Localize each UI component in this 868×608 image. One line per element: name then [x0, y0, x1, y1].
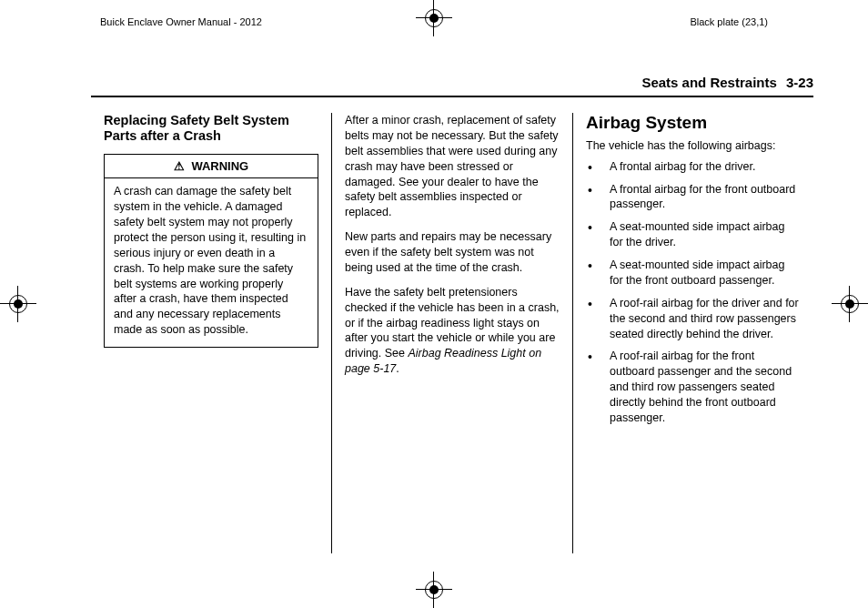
list-item: A roof-rail airbag for the front outboar… [586, 349, 801, 425]
paragraph: After a minor crash, replacement of safe… [345, 113, 560, 220]
page-header: Seats and Restraints 3-23 [91, 75, 813, 97]
list-item: A roof-rail airbag for the driver and fo… [586, 296, 801, 342]
registration-mark-bottom [421, 577, 447, 603]
print-header: Buick Enclave Owner Manual - 2012 Black … [0, 16, 868, 27]
paragraph: Have the safety belt pretensioners check… [345, 285, 560, 377]
warning-icon: ⚠ [174, 158, 185, 175]
manual-title: Buick Enclave Owner Manual - 2012 [100, 16, 262, 27]
plate-info: Black plate (23,1) [690, 16, 768, 27]
content-columns: Replacing Safety Belt System Parts after… [91, 113, 813, 553]
list-item: A seat-mounted side impact airbag for th… [586, 258, 801, 289]
registration-mark-left [5, 291, 31, 317]
section-heading-replacing-belt: Replacing Safety Belt System Parts after… [104, 113, 318, 145]
warning-body: A crash can damage the safety belt syste… [105, 178, 318, 347]
warning-box: ⚠ WARNING A crash can damage the safety … [104, 154, 318, 348]
paragraph-text: . [396, 362, 399, 375]
registration-mark-right [837, 291, 863, 317]
page-number: 3-23 [786, 75, 813, 90]
section-heading-airbag: Airbag System [586, 113, 801, 133]
list-item: A frontal airbag for the front outboard … [586, 182, 801, 213]
list-item: A frontal airbag for the driver. [586, 159, 801, 175]
column-1: Replacing Safety Belt System Parts after… [91, 113, 331, 553]
airbag-list: A frontal airbag for the driver. A front… [586, 159, 801, 426]
column-2: After a minor crash, replacement of safe… [331, 113, 572, 553]
column-3: Airbag System The vehicle has the follow… [572, 113, 813, 553]
airbag-intro: The vehicle has the following airbags: [586, 138, 801, 154]
warning-label: WARNING [191, 159, 248, 173]
paragraph: New parts and repairs may be necessary e… [345, 229, 560, 276]
warning-title: ⚠ WARNING [105, 155, 318, 179]
list-item: A seat-mounted side impact airbag for th… [586, 219, 801, 250]
chapter-title: Seats and Restraints [641, 75, 776, 90]
